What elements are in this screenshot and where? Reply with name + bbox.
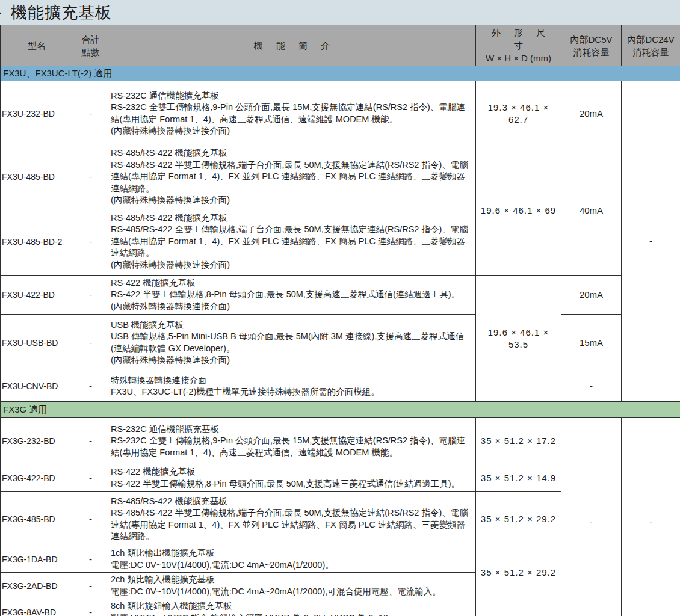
- dimensions: [476, 599, 561, 616]
- spec-table: 型名 合計 點數 機 能 簡 介 外 形 尺 寸 W × H × D (mm) …: [0, 25, 680, 616]
- dimensions: 35 × 51.2 × 29.2: [476, 546, 561, 599]
- dc24v-consumption: -: [622, 418, 680, 616]
- table-row: FX3U-CNV-BD - 特殊轉換器轉換連接介面 FX3U、FX3UC-LT(…: [1, 371, 680, 402]
- total-points: -: [73, 81, 108, 146]
- total-points: -: [73, 599, 108, 616]
- total-points: -: [73, 315, 108, 371]
- total-points: -: [73, 546, 108, 573]
- table-row: FX3U-USB-BD - USB 機能擴充基板 USB 傳輸規格,5-Pin …: [1, 315, 680, 371]
- model-name: FX3U-CNV-BD: [1, 371, 73, 402]
- function-description: 1ch 類比輸出機能擴充基板 電壓:DC 0V~10V(1/4000),電流:D…: [108, 546, 476, 573]
- total-points: -: [73, 208, 108, 276]
- dc5v-consumption: -: [561, 418, 622, 616]
- page-title: 機能擴充基板: [11, 2, 112, 23]
- col-header-dimensions: 外 形 尺 寸 W × H × D (mm): [476, 25, 561, 66]
- function-description: RS-485/RS-422 機能擴充基板 RS-485/RS-422 半雙工傳輸…: [108, 146, 476, 208]
- col-header-model: 型名: [1, 25, 73, 66]
- col-header-description: 機 能 簡 介: [108, 25, 476, 66]
- total-points: -: [73, 464, 108, 492]
- table-row: FX3U-485-BD - RS-485/RS-422 機能擴充基板 RS-48…: [1, 146, 680, 208]
- dimensions: 35 × 51.2 × 14.9: [476, 464, 561, 492]
- dc5v-consumption: 20mA: [561, 81, 622, 146]
- model-name: FX3G-2AD-BD: [1, 573, 73, 599]
- catalog-page: ‐ 機能擴充基板 型名 合計 點數 機 能 簡 介 外 形 尺 寸 W × H …: [0, 0, 680, 616]
- dimensions: 35 × 51.2 × 29.2: [476, 492, 561, 546]
- function-description: RS-422 機能擴充基板 RS-422 半雙工傳輸規格,8-Pin 母頭介面,…: [108, 276, 476, 315]
- model-name: FX3G-232-BD: [1, 418, 73, 464]
- total-points: -: [73, 573, 108, 599]
- dimensions: 19.3 × 46.1 × 62.7: [476, 81, 561, 146]
- total-points: -: [73, 146, 108, 208]
- model-name: FX3G-1DA-BD: [1, 546, 73, 573]
- dc5v-consumption: 20mA: [561, 276, 622, 315]
- total-points: -: [73, 371, 108, 402]
- dimensions: 35 × 51.2 × 17.2: [476, 418, 561, 464]
- function-description: USB 機能擴充基板 USB 傳輸規格,5-Pin Mini-USB B 母頭介…: [108, 315, 476, 371]
- model-name: FX3G-485-BD: [1, 492, 73, 546]
- total-points: -: [73, 276, 108, 315]
- model-name: FX3U-485-BD-2: [1, 208, 73, 276]
- page-title-bar: ‐ 機能擴充基板: [0, 0, 680, 25]
- function-description: RS-422 機能擴充基板 RS-422 半雙工傳輸規格,8-Pin 母頭介面,…: [108, 464, 476, 492]
- model-name: FX3G-422-BD: [1, 464, 73, 492]
- model-name: FX3U-232-BD: [1, 81, 73, 146]
- table-row: FX3U-232-BD - RS-232C 通信機能擴充基板 RS-232C 全…: [1, 81, 680, 146]
- dimensions: 19.6 × 46.1 × 69: [476, 146, 561, 276]
- header-row: 型名 合計 點數 機 能 簡 介 外 形 尺 寸 W × H × D (mm) …: [1, 25, 680, 66]
- dc5v-consumption: 40mA: [561, 146, 622, 276]
- function-description: 特殊轉換器轉換連接介面 FX3U、FX3UC-LT(-2)機種主機單元連接特殊轉…: [108, 371, 476, 402]
- col-header-dc5v: 內部DC5V 消耗容量: [561, 25, 622, 66]
- dc5v-consumption: 15mA: [561, 315, 622, 371]
- col-header-dc24v: 內部DC24V 消耗容量: [622, 25, 680, 66]
- dc24v-consumption: -: [622, 81, 680, 402]
- table-row: FX3U-422-BD - RS-422 機能擴充基板 RS-422 半雙工傳輸…: [1, 276, 680, 315]
- col-header-points: 合計 點數: [73, 25, 108, 66]
- function-description: 8ch 類比旋鈕輸入機能擴充基板 對應 VRRD、VRSC 指令,旋鈕輸入範圍:…: [108, 599, 476, 616]
- function-description: RS-485/RS-422 機能擴充基板 RS-485/RS-422 半雙工傳輸…: [108, 492, 476, 546]
- total-points: -: [73, 418, 108, 464]
- function-description: RS-232C 通信機能擴充基板 RS-232C 全雙工傳輸規格,9-Pin 公…: [108, 81, 476, 146]
- title-bullet-icon: ‐: [0, 3, 2, 22]
- section-header-fx3u: FX3U、FX3UC-LT(-2) 適用: [1, 66, 680, 81]
- table-row: FX3G-232-BD - RS-232C 通信機能擴充基板 RS-232C 全…: [1, 418, 680, 464]
- dc5v-consumption: -: [561, 371, 622, 402]
- model-name: FX3U-USB-BD: [1, 315, 73, 371]
- function-description: 2ch 類比輸入機能擴充基板 電壓:DC 0V~10V(1/4000),電流:D…: [108, 573, 476, 599]
- dimensions: 19.6 × 46.1 × 53.5: [476, 276, 561, 402]
- total-points: -: [73, 492, 108, 546]
- function-description: RS-485/RS-422 機能擴充基板 RS-485/RS-422 全雙工傳輸…: [108, 208, 476, 276]
- section-header-fx3g: FX3G 適用: [1, 402, 680, 418]
- model-name: FX3G-8AV-BD: [1, 599, 73, 616]
- function-description: RS-232C 通信機能擴充基板 RS-232C 全雙工傳輸規格,9-Pin 公…: [108, 418, 476, 464]
- model-name: FX3U-485-BD: [1, 146, 73, 208]
- model-name: FX3U-422-BD: [1, 276, 73, 315]
